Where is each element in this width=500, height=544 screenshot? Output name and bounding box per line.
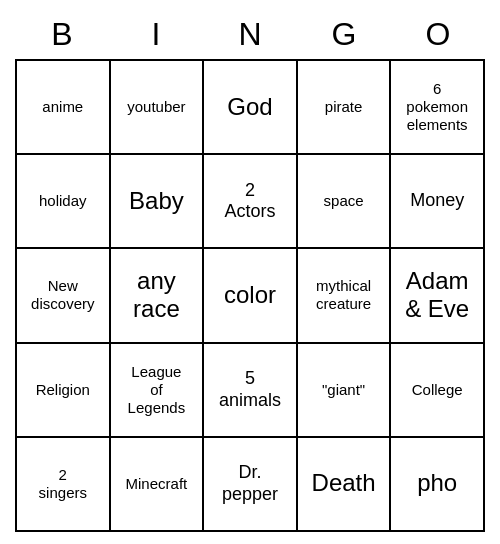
bingo-cell-6: Baby [111,155,205,249]
bingo-cell-14: Adam& Eve [391,249,485,343]
header-letter-G: G [300,16,388,53]
bingo-cell-23: Death [298,438,392,532]
bingo-cell-21: Minecraft [111,438,205,532]
bingo-cell-13: mythicalcreature [298,249,392,343]
bingo-cell-24: pho [391,438,485,532]
bingo-cell-22: Dr.pepper [204,438,298,532]
bingo-cell-8: space [298,155,392,249]
header-letter-B: B [18,16,106,53]
bingo-cell-5: holiday [17,155,111,249]
header-letter-N: N [206,16,294,53]
bingo-cell-7: 2Actors [204,155,298,249]
header-letter-I: I [112,16,200,53]
bingo-cell-1: youtuber [111,61,205,155]
bingo-cell-16: LeagueofLegends [111,344,205,438]
bingo-cell-9: Money [391,155,485,249]
bingo-cell-12: color [204,249,298,343]
bingo-cell-17: 5animals [204,344,298,438]
bingo-cell-19: College [391,344,485,438]
bingo-cell-20: 2singers [17,438,111,532]
bingo-card: BINGO animeyoutuberGodpirate6pokemonelem… [15,12,485,532]
bingo-cell-11: anyrace [111,249,205,343]
bingo-cell-18: "giant" [298,344,392,438]
header-letter-O: O [394,16,482,53]
bingo-cell-2: God [204,61,298,155]
bingo-cell-3: pirate [298,61,392,155]
bingo-grid: animeyoutuberGodpirate6pokemonelementsho… [15,59,485,532]
bingo-header: BINGO [15,12,485,59]
bingo-cell-0: anime [17,61,111,155]
bingo-cell-10: Newdiscovery [17,249,111,343]
bingo-cell-15: Religion [17,344,111,438]
bingo-cell-4: 6pokemonelements [391,61,485,155]
